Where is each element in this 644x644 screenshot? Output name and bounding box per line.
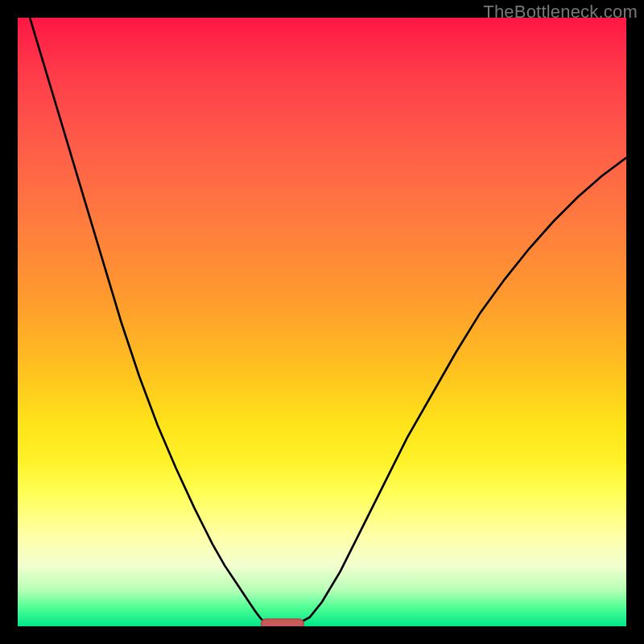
minimum-marker: [261, 619, 303, 626]
curve-right-branch: [298, 158, 626, 624]
chart-curve-layer: [18, 18, 626, 626]
watermark-text: TheBottleneck.com: [483, 2, 638, 23]
chart-plot-area: [18, 18, 626, 626]
curve-left-branch: [30, 18, 267, 624]
chart-frame: TheBottleneck.com: [0, 0, 644, 644]
